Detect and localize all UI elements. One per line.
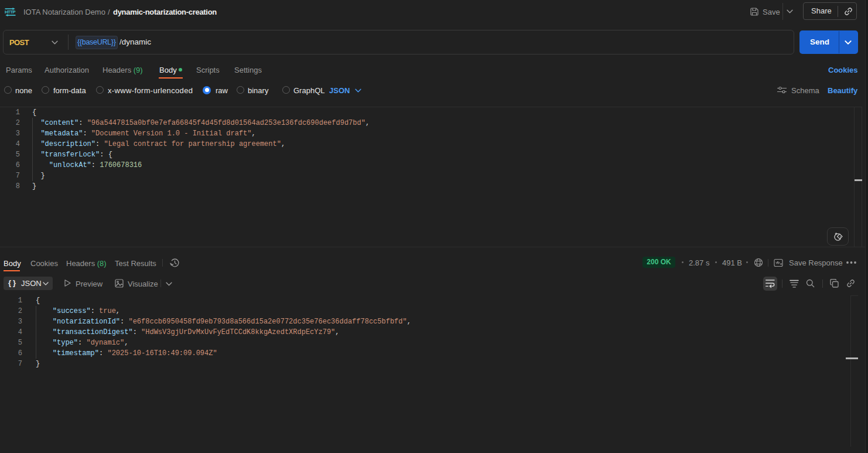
svg-text:HTTP: HTTP [5,9,16,15]
